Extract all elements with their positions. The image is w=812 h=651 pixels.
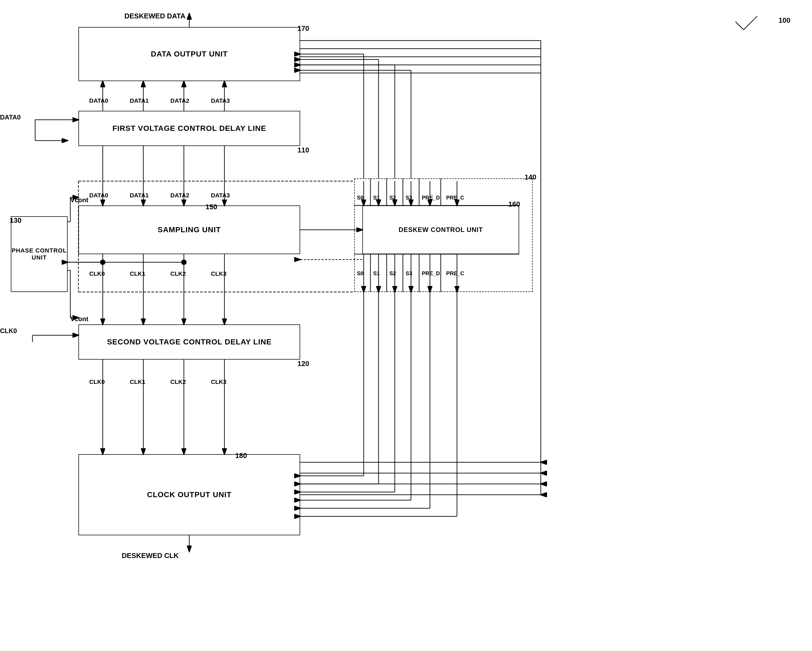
ref-120: 120 <box>298 360 309 368</box>
s1-top: S1 <box>373 195 380 201</box>
clock-output-unit-block: CLOCK OUTPUT UNIT <box>78 454 300 535</box>
svg-point-46 <box>181 259 186 265</box>
data2-label-mid: DATA2 <box>170 192 189 199</box>
svg-line-44 <box>736 21 743 30</box>
pred-top: PRE_D <box>422 195 440 201</box>
deskew-area-block <box>354 178 533 292</box>
ref-180: 180 <box>235 451 247 460</box>
ref-130: 130 <box>10 216 21 225</box>
clk0-label-bot: CLK0 <box>89 378 105 386</box>
phase-control-unit-block: PHASE CONTROL UNIT <box>11 216 67 292</box>
data1-label-top: DATA1 <box>130 97 149 104</box>
s1-bot: S1 <box>373 270 380 277</box>
data3-label-mid: DATA3 <box>211 192 230 199</box>
ref-100: 100 <box>779 16 791 24</box>
ref-150: 150 <box>206 203 217 211</box>
vcont-bot-label: Vcont <box>70 315 89 323</box>
clk0-label-top: CLK0 <box>89 270 105 277</box>
data3-label-top: DATA3 <box>211 97 230 104</box>
clk2-label-top: CLK2 <box>170 270 186 277</box>
s3-top: S3 <box>406 195 412 201</box>
svg-line-43 <box>743 16 757 30</box>
data0-in-label: DATA0 <box>0 114 21 121</box>
prec-top: PRE_C <box>446 195 464 201</box>
data0-label-mid: DATA0 <box>89 192 108 199</box>
svg-point-45 <box>100 259 105 265</box>
prec-bot: PRE_C <box>446 270 464 277</box>
s0-top: S0 <box>357 195 363 201</box>
data-output-unit-block: DATA OUTPUT UNIT <box>78 27 300 81</box>
first-vcdl-block: FIRST VOLTAGE CONTROL DELAY LINE <box>78 111 300 146</box>
clk3-label-top: CLK3 <box>211 270 226 277</box>
sampling-unit-block: SAMPLING UNIT <box>78 206 300 254</box>
data0-label-top: DATA0 <box>89 97 108 104</box>
diagram: 100 DATA OUTPUT UNIT 170 FIRST VOLTAGE C… <box>0 0 812 651</box>
ref-110: 110 <box>298 146 309 154</box>
ref-170: 170 <box>298 24 309 33</box>
second-vcdl-block: SECOND VOLTAGE CONTROL DELAY LINE <box>78 325 300 360</box>
clk3-label-bot: CLK3 <box>211 378 226 386</box>
s3-bot: S3 <box>406 270 412 277</box>
ref-140: 140 <box>525 173 536 181</box>
clk2-label-bot: CLK2 <box>170 378 186 386</box>
deskewed-data-label: DESKEWED DATA <box>124 12 186 20</box>
clk1-label-bot: CLK1 <box>130 378 145 386</box>
data1-label-mid: DATA1 <box>130 192 149 199</box>
pred-bot: PRE_D <box>422 270 440 277</box>
data2-label-top: DATA2 <box>170 97 189 104</box>
s2-top: S2 <box>389 195 396 201</box>
clk0-in-label: CLK0 <box>0 327 17 335</box>
vcont-top-label: Vcont <box>70 196 89 204</box>
s2-bot: S2 <box>389 270 396 277</box>
clk1-label-top: CLK1 <box>130 270 145 277</box>
deskewed-clk-label: DESKEWED CLK <box>122 552 179 560</box>
s0-bot: S0 <box>357 270 363 277</box>
